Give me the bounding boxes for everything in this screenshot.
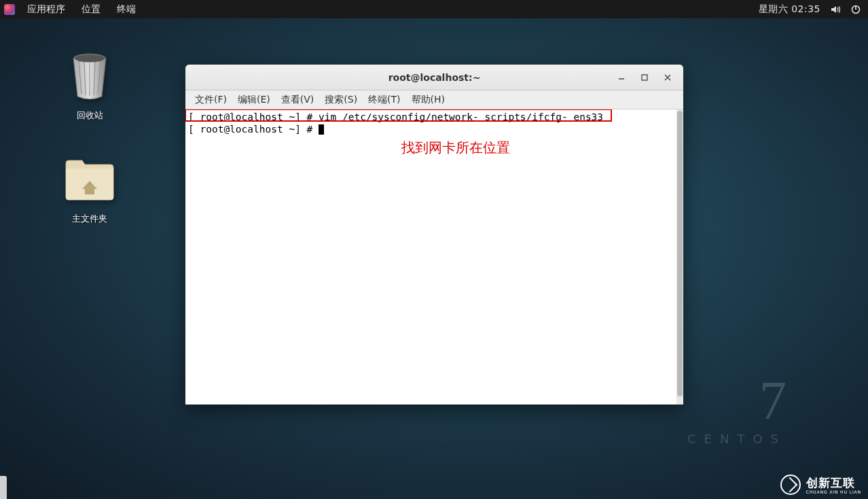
power-icon[interactable] (850, 4, 861, 15)
centos-watermark: 7 CENTOS (687, 373, 786, 446)
volume-icon[interactable] (830, 4, 841, 15)
brand-watermark: 创新互联 CHUANG XIN HU LIAN (780, 475, 861, 495)
window-title: root@localhost:~ (388, 72, 481, 83)
desktop-trash[interactable]: 回收站 (56, 52, 124, 122)
terminal-body[interactable]: [ root@localhost ~] # vim /etc/sysconfig… (185, 109, 683, 405)
menu-edit[interactable]: 编辑(E) (232, 92, 276, 108)
scrollbar[interactable] (676, 109, 683, 405)
brand-en: CHUANG XIN HU LIAN (806, 489, 861, 494)
home-folder-icon (62, 151, 117, 207)
terminal-line-2: [ root@localhost ~] # (188, 123, 681, 135)
close-button[interactable] (656, 68, 679, 87)
centos-version: 7 (687, 373, 786, 428)
brand-logo-icon (780, 475, 801, 495)
svg-rect-10 (642, 75, 647, 80)
menu-file[interactable]: 文件(F) (189, 92, 232, 108)
panel-clock[interactable]: 星期六 02:35 (759, 3, 820, 16)
top-panel: 应用程序 位置 终端 星期六 02:35 (0, 0, 868, 18)
menu-places[interactable]: 位置 (73, 1, 109, 18)
menu-terminal-launcher[interactable]: 终端 (109, 1, 144, 18)
menu-terminal[interactable]: 终端(T) (363, 92, 405, 108)
titlebar[interactable]: root@localhost:~ (185, 65, 683, 90)
menu-applications[interactable]: 应用程序 (19, 1, 73, 18)
menu-search[interactable]: 搜索(S) (319, 92, 363, 108)
window-list-stub[interactable] (0, 476, 7, 499)
desktop-home[interactable]: 主文件夹 (56, 151, 124, 225)
minimize-button[interactable] (610, 68, 633, 87)
maximize-button[interactable] (633, 68, 656, 87)
brand-cn: 创新互联 (806, 475, 861, 491)
scrollbar-thumb[interactable] (677, 111, 683, 396)
titlebar-buttons (610, 68, 679, 87)
annotation-text: 找到网卡所在位置 (401, 141, 510, 154)
menubar: 文件(F) 编辑(E) 查看(V) 搜索(S) 终端(T) 帮助(H) (185, 90, 683, 109)
menu-help[interactable]: 帮助(H) (406, 92, 450, 108)
panel-left: 应用程序 位置 终端 (0, 1, 144, 18)
terminal-window: root@localhost:~ 文件(F) 编辑(E) 查看(V) 搜索(S)… (185, 65, 683, 405)
cursor-icon (319, 124, 324, 135)
desktop-trash-label: 回收站 (56, 109, 124, 122)
centos-name: CENTOS (687, 432, 786, 446)
trash-icon (68, 52, 111, 103)
panel-right: 星期六 02:35 (759, 3, 868, 16)
svg-point-8 (75, 55, 105, 63)
menu-view[interactable]: 查看(V) (276, 92, 320, 108)
gnome-foot-icon (4, 4, 15, 15)
terminal-line-1: [ root@localhost ~] # vim /etc/sysconfig… (188, 111, 681, 123)
desktop-home-label: 主文件夹 (56, 213, 124, 225)
